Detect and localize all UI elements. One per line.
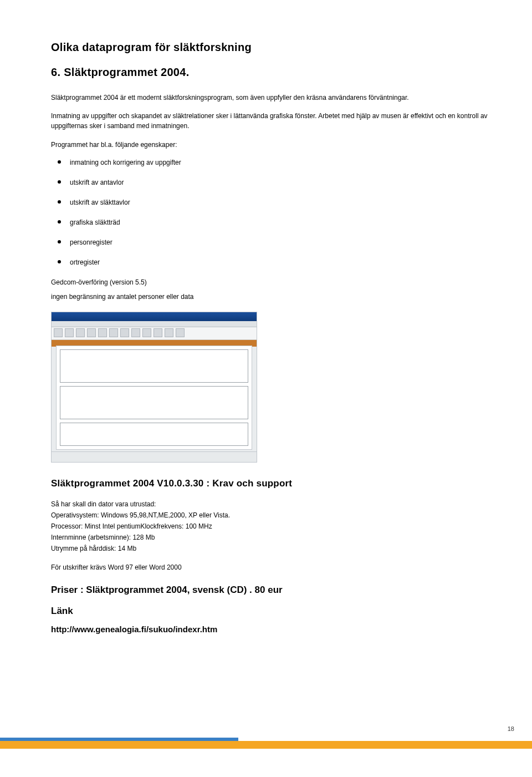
features-lead: Programmet har bl.a. följande egenskaper… — [51, 140, 488, 150]
screenshot-placeholder — [51, 312, 257, 463]
section-title: 6. Släktprogrammet 2004. — [51, 66, 488, 79]
list-item: ortregister — [51, 257, 488, 267]
list-item: personregister — [51, 237, 488, 247]
req-os: Operativsystem: Windows 95,98,NT,ME,2000… — [51, 510, 488, 520]
requirements-title: Släktprogrammet 2004 V10.0.3.30 : Krav o… — [51, 478, 488, 489]
list-item: utskrift av släkttavlor — [51, 197, 488, 207]
screenshot-titlebar — [52, 312, 257, 321]
link-heading: Länk — [51, 606, 488, 617]
list-item: inmatning och korrigering av uppgifter — [51, 158, 488, 167]
after-features-2: ingen begränsning av antalet personer el… — [51, 292, 488, 302]
screenshot-statusbar — [52, 451, 257, 462]
document-page: Olika dataprogram för släktforskning 6. … — [0, 0, 532, 749]
page-number: 18 — [508, 725, 514, 732]
after-features-1: Gedcom-överföring (version 5.5) — [51, 277, 488, 287]
screenshot-toolbar — [52, 327, 257, 340]
screenshot-menubar — [52, 321, 257, 327]
price-line: Priser : Släktprogrammet 2004, svensk (C… — [51, 585, 488, 596]
list-item: utskrift av antavlor — [51, 177, 488, 187]
intro-paragraph: Släktprogrammet 2004 är ett modernt släk… — [51, 93, 488, 103]
req-ram: Internminne (arbetsminne): 128 Mb — [51, 532, 488, 542]
req-lead: Så har skall din dator vara utrustad: — [51, 499, 488, 509]
body-paragraph: Inmatning av uppgifter och skapandet av … — [51, 111, 488, 131]
list-item: grafiska släktträd — [51, 217, 488, 227]
page-footer: 18 — [0, 730, 532, 749]
feature-list: inmatning och korrigering av uppgifter u… — [51, 158, 488, 267]
footer-bar-orange — [0, 741, 532, 749]
req-cpu: Processor: Minst Intel pentiumKlockfrekv… — [51, 521, 488, 531]
screenshot-pane — [56, 346, 252, 450]
req-print: För utskrifter krävs Word 97 eller Word … — [51, 562, 488, 572]
link-url[interactable]: http://www.genealogia.fi/sukuo/indexr.ht… — [51, 624, 488, 634]
req-disk: Utrymme på hårddisk: 14 Mb — [51, 544, 488, 553]
page-title: Olika dataprogram för släktforskning — [51, 41, 488, 54]
